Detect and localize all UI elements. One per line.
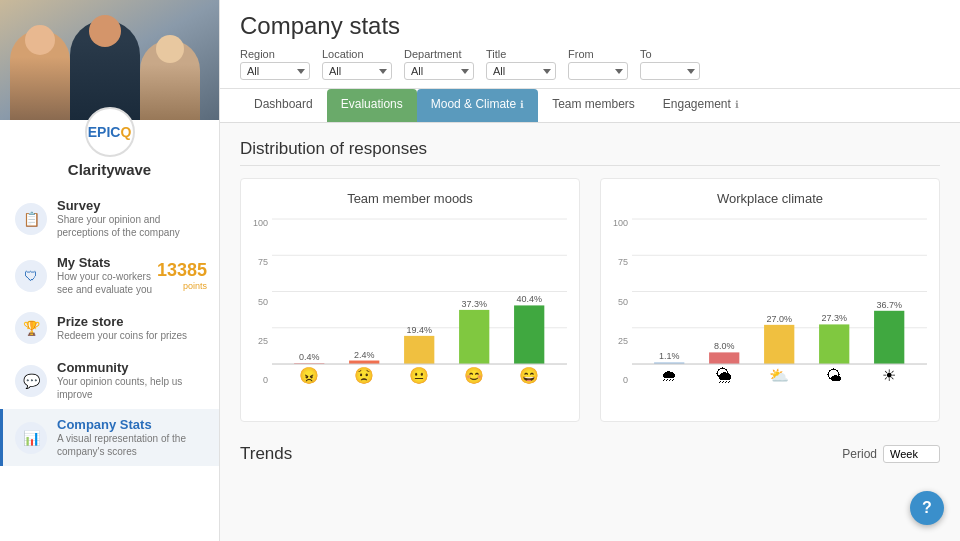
prize-subtitle: Redeem your coins for prizes [57,329,187,342]
climate-chart-title: Workplace climate [613,191,927,206]
charts-row: Team member moods 1007550250 0.4%😠2.4%😟1… [240,178,940,422]
community-text: Community Your opinion counts, help us i… [57,360,207,401]
climate-y-axis: 1007550250 [613,214,632,409]
filter-department-select[interactable]: All [404,62,474,80]
survey-icon: 📋 [15,203,47,235]
top-bar: Company stats Region All Location All De… [220,0,960,89]
svg-text:☀: ☀ [882,367,896,384]
climate-chart-container: Workplace climate 1007550250 1.1%🌧8.0%🌦2… [600,178,940,422]
svg-text:😐: 😐 [409,366,429,385]
filter-from-input[interactable] [568,62,628,80]
company-stats-title: Company Stats [57,417,207,432]
period-selector: Period Week Month Year [842,445,940,463]
svg-text:40.4%: 40.4% [516,294,542,304]
logo-text: EPICQ [88,124,132,140]
company-stats-text: Company Stats A visual representation of… [57,417,207,458]
community-icon: 💬 [15,365,47,397]
sidebar-item-community[interactable]: 💬 Community Your opinion counts, help us… [0,352,219,409]
survey-text: Survey Share your opinion and perception… [57,198,207,239]
tab-engagement-info-icon: ℹ [735,99,739,110]
svg-text:36.7%: 36.7% [876,300,902,310]
filter-title-label: Title [486,48,556,60]
prize-icon: 🏆 [15,312,47,344]
nav-items: 📋 Survey Share your opinion and percepti… [0,186,219,541]
period-label: Period [842,447,877,461]
company-stats-subtitle: A visual representation of the company's… [57,432,207,458]
svg-text:🌤: 🌤 [826,367,842,384]
svg-text:19.4%: 19.4% [406,325,432,335]
logo-circle: EPICQ [85,107,135,157]
filter-to-input[interactable] [640,62,700,80]
section-title: Distribution of responses [240,139,940,166]
tab-team-members[interactable]: Team members [538,89,649,122]
filter-title-select[interactable]: All [486,62,556,80]
tabs-bar: Dashboard Evaluations Mood & Climate ℹ T… [220,89,960,123]
stats-icon: 🛡 [15,260,47,292]
svg-text:🌦: 🌦 [716,367,732,384]
prize-text: Prize store Redeem your coins for prizes [57,314,187,342]
tab-dashboard[interactable]: Dashboard [240,89,327,122]
svg-text:🌧: 🌧 [661,367,677,384]
filter-location: Location All [322,48,392,80]
filter-department: Department All [404,48,474,80]
points-badge: 13385 [157,260,207,281]
svg-text:1.1%: 1.1% [659,351,680,361]
svg-rect-8 [349,361,379,364]
community-subtitle: Your opinion counts, help us improve [57,375,207,401]
tab-mood-info-icon: ℹ [520,99,524,110]
filter-region: Region All [240,48,310,80]
survey-subtitle: Share your opinion and perceptions of th… [57,213,207,239]
content-area: Distribution of responses Team member mo… [220,123,960,541]
svg-text:😠: 😠 [299,366,319,385]
prize-title: Prize store [57,314,187,329]
logo-area: EPICQ Claritywave [0,120,219,186]
stats-subtitle: How your co-workers see and evaluate you [57,270,157,296]
sidebar-item-survey[interactable]: 📋 Survey Share your opinion and percepti… [0,190,219,247]
mood-chart-title: Team member moods [253,191,567,206]
filter-from: From [568,48,628,80]
sidebar-item-my-stats[interactable]: 🛡 My Stats How your co-workers see and e… [0,247,219,304]
svg-rect-32 [764,325,794,364]
svg-rect-38 [874,311,904,364]
page-title: Company stats [240,12,940,40]
filters-row: Region All Location All Department All T… [240,48,940,80]
points-label: points [157,281,207,291]
svg-text:😟: 😟 [354,366,374,385]
community-title: Community [57,360,207,375]
svg-rect-11 [404,336,434,364]
mood-chart-area: 0.4%😠2.4%😟19.4%😐37.3%😊40.4%😄 [272,214,567,409]
svg-text:😄: 😄 [519,366,539,385]
filter-region-select[interactable]: All [240,62,310,80]
filter-to: To [640,48,700,80]
mood-bar-chart: 0.4%😠2.4%😟19.4%😐37.3%😊40.4%😄 [272,214,567,409]
svg-text:27.0%: 27.0% [766,314,792,324]
survey-title: Survey [57,198,207,213]
climate-chart-area: 1.1%🌧8.0%🌦27.0%⛅27.3%🌤36.7%☀ [632,214,927,409]
main-content: Company stats Region All Location All De… [220,0,960,541]
company-icon: 📊 [15,422,47,454]
climate-bar-chart: 1.1%🌧8.0%🌦27.0%⛅27.3%🌤36.7%☀ [632,214,927,409]
svg-text:8.0%: 8.0% [714,341,735,351]
stats-title: My Stats [57,255,157,270]
tab-mood-climate[interactable]: Mood & Climate ℹ [417,89,538,122]
filter-region-label: Region [240,48,310,60]
sidebar-item-prize-store[interactable]: 🏆 Prize store Redeem your coins for priz… [0,304,219,352]
trends-row: Trends Period Week Month Year [240,436,940,464]
help-button[interactable]: ? [910,491,944,525]
svg-rect-17 [514,305,544,364]
tab-engagement[interactable]: Engagement ℹ [649,89,753,122]
mood-y-axis: 1007550250 [253,214,272,409]
sidebar: EPICQ Claritywave 📋 Survey Share your op… [0,0,220,541]
filter-from-label: From [568,48,628,60]
trends-title: Trends [240,444,292,464]
sidebar-photo [0,0,220,120]
sidebar-item-company-stats[interactable]: 📊 Company Stats A visual representation … [0,409,219,466]
svg-text:27.3%: 27.3% [821,313,847,323]
svg-text:2.4%: 2.4% [354,350,375,360]
svg-rect-14 [459,310,489,364]
svg-rect-29 [709,352,739,364]
filter-location-select[interactable]: All [322,62,392,80]
period-select[interactable]: Week Month Year [883,445,940,463]
svg-text:0.4%: 0.4% [299,352,320,362]
tab-evaluations[interactable]: Evaluations [327,89,417,122]
